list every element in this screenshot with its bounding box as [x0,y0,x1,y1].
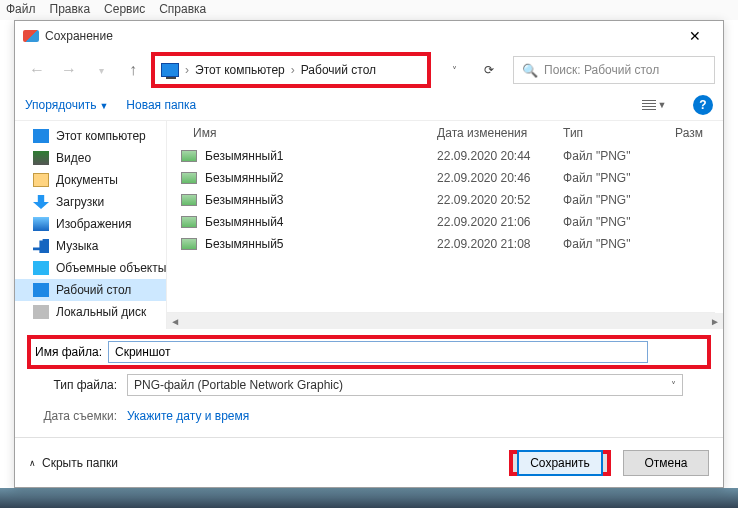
folder-icon [33,261,49,275]
file-row[interactable]: Безымянный122.09.2020 20:44Файл "PNG" [167,145,723,167]
file-row[interactable]: Безымянный422.09.2020 21:06Файл "PNG" [167,211,723,233]
organize-menu[interactable]: Упорядочить▼ [25,98,108,112]
titlebar: Сохранение ✕ [15,21,723,51]
sidebar-item[interactable]: Документы [15,169,166,191]
sidebar-item-label: Документы [56,173,118,187]
file-icon [181,238,197,250]
file-type: Файл "PNG" [563,171,683,185]
forward-button: → [55,56,83,84]
scroll-right-icon[interactable]: ► [707,316,723,327]
file-list-area: Имя Дата изменения Тип Разм Безымянный12… [167,121,723,329]
file-name: Безымянный3 [205,193,437,207]
close-button[interactable]: ✕ [675,22,715,50]
help-button[interactable]: ? [693,95,713,115]
file-name: Безымянный5 [205,237,437,251]
file-row[interactable]: Безымянный322.09.2020 20:52Файл "PNG" [167,189,723,211]
filename-highlight: Имя файла: [27,335,711,369]
up-one-level-button[interactable]: ↑ [119,56,147,84]
file-row[interactable]: Безымянный522.09.2020 21:08Файл "PNG" [167,233,723,255]
file-date: 22.09.2020 20:52 [437,193,563,207]
folder-icon [33,129,49,143]
sidebar-item[interactable]: Этот компьютер [15,125,166,147]
folder-icon [33,195,49,209]
save-button-highlight: Сохранить [509,450,611,476]
sidebar-item[interactable]: Загрузки [15,191,166,213]
search-placeholder: Поиск: Рабочий стол [544,63,659,77]
folder-icon [33,151,49,165]
chevron-right-icon: › [291,63,295,77]
breadcrumb-highlight: › Этот компьютер › Рабочий стол [151,52,431,88]
sidebar-item-label: Видео [56,151,91,165]
sidebar-item-label: Изображения [56,217,131,231]
toolbar: Упорядочить▼ Новая папка ▼ ? [15,89,723,121]
chevron-up-icon: ∧ [29,458,36,468]
file-type: Файл "PNG" [563,237,683,251]
up-button[interactable]: ▾ [87,56,115,84]
filename-label: Имя файла: [35,345,102,359]
hide-folders-link[interactable]: ∧Скрыть папки [29,456,118,470]
file-name: Безымянный4 [205,215,437,229]
sidebar-item-label: Объемные объекты [56,261,166,275]
filetype-value: PNG-файл (Portable Network Graphic) [134,378,343,392]
chevron-right-icon: › [185,63,189,77]
app-icon [23,30,39,42]
sidebar-item-label: Загрузки [56,195,104,209]
menu-service[interactable]: Сервис [104,2,145,18]
meta-label: Дата съемки: [27,409,121,423]
folder-icon [33,239,49,253]
col-type[interactable]: Тип [563,126,675,140]
meta-date-link[interactable]: Укажите дату и время [127,409,249,423]
file-icon [181,216,197,228]
sidebar-item-label: Этот компьютер [56,129,146,143]
footer: ∧Скрыть папки Сохранить Отмена [15,438,723,488]
back-button[interactable]: ← [23,56,51,84]
address-bar-row: ← → ▾ ↑ › Этот компьютер › Рабочий стол … [15,51,723,89]
list-view-icon [642,100,656,110]
file-name: Безымянный2 [205,171,437,185]
search-input[interactable]: 🔍 Поиск: Рабочий стол [513,56,715,84]
folder-icon [33,173,49,187]
computer-icon [161,63,179,77]
sidebar: Этот компьютерВидеоДокументыЗагрузкиИзоб… [15,121,167,329]
cancel-button[interactable]: Отмена [623,450,709,476]
file-row[interactable]: Безымянный222.09.2020 20:46Файл "PNG" [167,167,723,189]
col-name[interactable]: Имя [179,126,437,140]
sidebar-item[interactable]: Музыка [15,235,166,257]
sidebar-item[interactable]: Изображения [15,213,166,235]
menu-file[interactable]: Файл [6,2,36,18]
file-date: 22.09.2020 21:08 [437,237,563,251]
sidebar-item-label: Локальный диск [56,305,146,319]
file-type: Файл "PNG" [563,215,683,229]
file-date: 22.09.2020 20:46 [437,171,563,185]
new-folder-button[interactable]: Новая папка [126,98,196,112]
sidebar-item-label: Музыка [56,239,98,253]
chevron-down-icon: ˅ [671,380,676,391]
sidebar-item[interactable]: Видео [15,147,166,169]
dialog-body: Этот компьютерВидеоДокументыЗагрузкиИзоб… [15,121,723,329]
filetype-combo[interactable]: PNG-файл (Portable Network Graphic) ˅ [127,374,683,396]
file-list: Безымянный122.09.2020 20:44Файл "PNG"Без… [167,145,723,312]
breadcrumb-part[interactable]: Этот компьютер [195,63,285,77]
breadcrumb-part[interactable]: Рабочий стол [301,63,376,77]
refresh-button[interactable]: ⟳ [473,56,505,84]
file-name: Безымянный1 [205,149,437,163]
file-date: 22.09.2020 20:44 [437,149,563,163]
search-icon: 🔍 [522,63,538,78]
view-mode-button[interactable]: ▼ [633,94,675,116]
file-icon [181,150,197,162]
menu-edit[interactable]: Правка [50,2,91,18]
sidebar-item[interactable]: Рабочий стол [15,279,166,301]
horizontal-scrollbar[interactable]: ◄ ► [167,313,723,329]
scroll-left-icon[interactable]: ◄ [167,316,183,327]
menu-help[interactable]: Справка [159,2,206,18]
col-date[interactable]: Дата изменения [437,126,563,140]
save-button[interactable]: Сохранить [517,450,603,476]
breadcrumb[interactable]: › Этот компьютер › Рабочий стол [161,63,376,77]
sidebar-item[interactable]: Локальный диск [15,301,166,323]
address-dropdown[interactable]: ˅ [443,65,465,76]
col-size[interactable]: Разм [675,126,715,140]
filename-input[interactable] [108,341,648,363]
file-type: Файл "PNG" [563,149,683,163]
sidebar-item[interactable]: Объемные объекты [15,257,166,279]
file-date: 22.09.2020 21:06 [437,215,563,229]
